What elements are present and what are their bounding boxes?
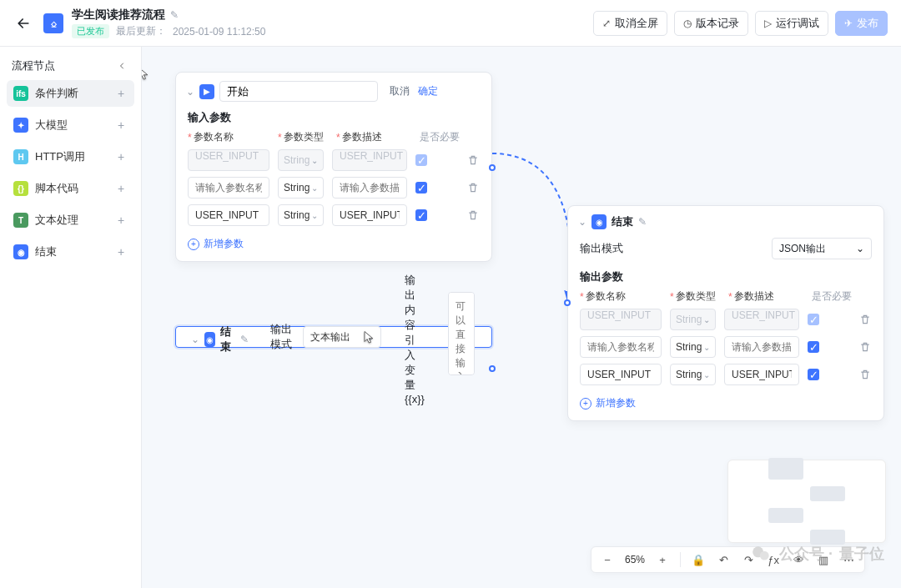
canvas-controls: − 65% + 🔒 ↶ ↷ ƒx 👁 ▥ ⋯ xyxy=(591,546,865,573)
exit-fullscreen-button[interactable]: ⤢ 取消全屏 xyxy=(593,11,667,36)
layout-button[interactable]: ▥ xyxy=(816,552,831,567)
end-json-input-port[interactable] xyxy=(564,299,571,306)
add-node-button[interactable]: + xyxy=(114,150,128,163)
param-required-checkbox[interactable]: ✓ xyxy=(808,314,819,325)
col-type: 参数类型 xyxy=(284,130,324,144)
param-type-select[interactable]: String⌄ xyxy=(278,177,324,199)
lock-button[interactable]: 🔒 xyxy=(691,552,706,567)
insert-variable-link[interactable]: 引入变量{{x}} xyxy=(405,334,425,405)
node-type-icon: T xyxy=(13,213,28,228)
param-desc-input[interactable] xyxy=(332,177,407,199)
delete-row-button[interactable] xyxy=(858,313,872,326)
sidebar-item[interactable]: HHTTP调用+ xyxy=(7,143,134,170)
start-node-output-port[interactable] xyxy=(489,164,496,171)
param-name-input[interactable] xyxy=(188,204,269,226)
sidebar-item[interactable]: ✦大模型+ xyxy=(7,112,134,138)
shrink-icon: ⤢ xyxy=(602,18,611,29)
function-button[interactable]: ƒx xyxy=(766,552,781,567)
add-node-button[interactable]: + xyxy=(114,245,128,259)
param-required-checkbox[interactable]: ✓ xyxy=(808,341,819,353)
param-row: USER_INPUTString⌄USER_INPUT✓ xyxy=(188,149,480,171)
collapse-card-icon[interactable]: ⌄ xyxy=(578,216,586,228)
param-desc-input[interactable] xyxy=(724,364,799,385)
edit-name-icon[interactable]: ✎ xyxy=(240,334,249,345)
add-node-button[interactable]: + xyxy=(114,118,128,132)
param-required-checkbox[interactable]: ✓ xyxy=(415,154,427,166)
plus-circle-icon: + xyxy=(188,239,199,250)
delete-row-button[interactable] xyxy=(466,181,480,194)
param-type-select[interactable]: String⌄ xyxy=(278,149,324,171)
sidebar-item[interactable]: ifs条件判断+ xyxy=(7,80,134,107)
param-name-input[interactable] xyxy=(580,364,662,385)
title-edit-confirm[interactable]: 确定 xyxy=(418,84,438,98)
param-desc-input[interactable] xyxy=(332,204,407,226)
add-param-button[interactable]: + 新增参数 xyxy=(568,393,883,420)
minimap[interactable] xyxy=(727,460,886,543)
param-desc-input[interactable]: USER_INPUT xyxy=(724,309,799,330)
output-content-label: 输出内容 xyxy=(405,274,415,331)
add-node-button[interactable]: + xyxy=(114,214,128,227)
sidebar-item-label: 条件判断 xyxy=(35,86,108,101)
zoom-in-button[interactable]: + xyxy=(655,552,670,567)
run-debug-button[interactable]: ▷ 运行调试 xyxy=(755,11,828,36)
end-text-output-port[interactable] xyxy=(489,365,496,372)
param-desc-input[interactable] xyxy=(724,336,799,358)
delete-row-button[interactable] xyxy=(466,153,480,167)
sidebar-item[interactable]: {}脚本代码+ xyxy=(7,175,134,202)
add-param-button[interactable]: + 新增参数 xyxy=(176,234,491,261)
redo-button[interactable]: ↷ xyxy=(741,552,756,567)
collapse-sidebar-button[interactable] xyxy=(114,58,129,73)
end-node-icon: ◉ xyxy=(591,214,607,229)
param-desc-input[interactable]: USER_INPUT xyxy=(332,149,407,171)
sidebar-item-label: HTTP调用 xyxy=(35,149,108,164)
settings-button[interactable]: ⋯ xyxy=(841,552,856,567)
delete-row-button[interactable] xyxy=(858,340,872,354)
trash-icon xyxy=(859,314,871,325)
param-name-input[interactable]: USER_INPUT xyxy=(188,149,269,171)
add-node-button[interactable]: + xyxy=(114,87,128,100)
add-node-button[interactable]: + xyxy=(114,182,128,195)
node-type-icon: ◉ xyxy=(13,244,28,259)
param-name-input[interactable] xyxy=(188,177,269,199)
zoom-out-button[interactable]: − xyxy=(600,552,615,567)
output-mode-select[interactable]: 文本输出 ⌄ xyxy=(303,326,381,348)
param-type-select[interactable]: String⌄ xyxy=(670,309,716,330)
end-node-json-card[interactable]: ⌄ ◉ 结束 ✎ 输出模式 JSON输出 ⌄ 输出参数 *参数名称 *参数类型 … xyxy=(567,205,884,421)
end-node-text-card[interactable]: ⌄ ◉ 结束 ✎ 输出模式 文本输出 ⌄ 输出内容 引入变量{{x}} xyxy=(175,326,492,348)
output-mode-select[interactable]: JSON输出 ⌄ xyxy=(772,238,872,259)
sidebar-title: 流程节点 xyxy=(12,58,55,73)
version-history-button[interactable]: ◷ 版本记录 xyxy=(674,11,748,36)
publish-button[interactable]: ✈ 发布 xyxy=(835,11,888,36)
sidebar-item[interactable]: T文本处理+ xyxy=(7,207,134,234)
edit-title-icon[interactable]: ✎ xyxy=(170,9,179,21)
param-required-checkbox[interactable]: ✓ xyxy=(808,369,819,380)
param-type-select[interactable]: String⌄ xyxy=(670,364,716,385)
node-type-icon: ifs xyxy=(13,86,28,101)
param-type-select[interactable]: String⌄ xyxy=(670,336,716,358)
param-type-select[interactable]: String⌄ xyxy=(278,204,324,226)
edit-name-icon[interactable]: ✎ xyxy=(638,216,647,228)
add-param-label: 新增参数 xyxy=(204,237,244,251)
output-mode-label: 输出模式 xyxy=(580,241,623,256)
collapse-card-icon[interactable]: ⌄ xyxy=(191,334,199,345)
delete-row-button[interactable] xyxy=(858,368,872,381)
param-required-checkbox[interactable]: ✓ xyxy=(415,209,427,221)
param-required-checkbox[interactable]: ✓ xyxy=(415,182,427,193)
delete-row-button[interactable] xyxy=(466,209,480,222)
collapse-card-icon[interactable]: ⌄ xyxy=(186,86,194,98)
start-node-card[interactable]: ⌄ ▶ 取消 确定 输入参数 *参数名称 *参数类型 *参数描述 是否必要 US… xyxy=(175,72,492,262)
back-button[interactable] xyxy=(13,13,33,33)
start-node-title-input[interactable] xyxy=(219,81,378,102)
visibility-button[interactable]: 👁 xyxy=(791,552,806,567)
sidebar-item[interactable]: ◉结束+ xyxy=(7,239,134,265)
app-icon: ⎐ xyxy=(43,13,63,33)
trash-icon xyxy=(467,182,479,193)
undo-button[interactable]: ↶ xyxy=(716,552,731,567)
param-name-input[interactable]: USER_INPUT xyxy=(580,309,662,330)
end-text-title: 结束 xyxy=(220,324,235,354)
title-edit-cancel[interactable]: 取消 xyxy=(390,84,410,98)
param-name-input[interactable] xyxy=(580,336,662,358)
sidebar: 流程节点 ifs条件判断+✦大模型+HHTTP调用+{}脚本代码+T文本处理+◉… xyxy=(0,47,142,588)
canvas[interactable]: ⌄ ▶ 取消 确定 输入参数 *参数名称 *参数类型 *参数描述 是否必要 US… xyxy=(142,47,901,588)
output-content-textarea[interactable] xyxy=(448,292,475,375)
